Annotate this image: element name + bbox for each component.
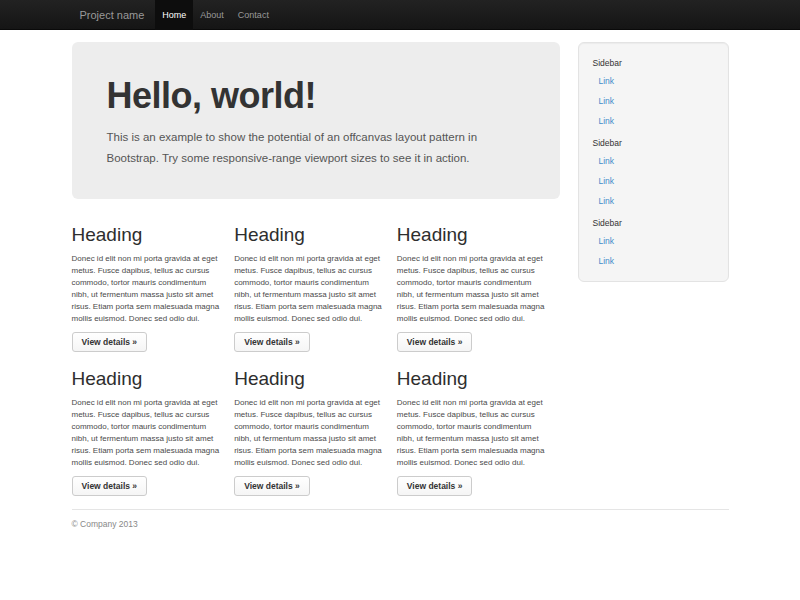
main-row: Hello, world! This is an example to show…	[72, 42, 729, 496]
card-text: Donec id elit non mi porta gravida at eg…	[397, 397, 547, 469]
card-heading: Heading	[234, 367, 384, 390]
jumbotron-text: This is an example to show the potential…	[107, 127, 507, 169]
main-content: Hello, world! This is an example to show…	[72, 42, 560, 496]
card: HeadingDonec id elit non mi porta gravid…	[397, 223, 560, 352]
sidebar-heading: Sidebar	[579, 211, 728, 231]
nav-item-about: About	[193, 0, 231, 30]
footer-copyright: © Company 2013	[72, 510, 729, 529]
navbar-brand[interactable]: Project name	[72, 0, 153, 30]
cards-row-2: HeadingDonec id elit non mi porta gravid…	[72, 367, 560, 496]
cards-row-1: HeadingDonec id elit non mi porta gravid…	[72, 223, 560, 352]
view-details-button[interactable]: View details »	[234, 476, 310, 496]
card-heading: Heading	[397, 223, 547, 246]
sidebar-link[interactable]: Link	[579, 231, 728, 251]
sidebar: SidebarLinkLinkLinkSidebarLinkLinkLinkSi…	[578, 42, 729, 496]
sidebar-link[interactable]: Link	[579, 71, 728, 91]
nav-link-about[interactable]: About	[193, 0, 231, 30]
card: HeadingDonec id elit non mi porta gravid…	[234, 367, 397, 496]
sidebar-heading: Sidebar	[579, 131, 728, 151]
nav-item-contact: Contact	[231, 0, 276, 30]
card-heading: Heading	[397, 367, 547, 390]
card-text: Donec id elit non mi porta gravida at eg…	[72, 397, 222, 469]
view-details-button[interactable]: View details »	[397, 332, 473, 352]
sidebar-link[interactable]: Link	[579, 171, 728, 191]
card-text: Donec id elit non mi porta gravida at eg…	[397, 253, 547, 325]
view-details-button[interactable]: View details »	[72, 476, 148, 496]
sidebar-heading: Sidebar	[579, 51, 728, 71]
sidebar-link[interactable]: Link	[579, 151, 728, 171]
sidebar-well: SidebarLinkLinkLinkSidebarLinkLinkLinkSi…	[578, 42, 729, 282]
cards-area: HeadingDonec id elit non mi porta gravid…	[72, 223, 560, 496]
view-details-button[interactable]: View details »	[72, 332, 148, 352]
navbar-nav: HomeAboutContact	[155, 0, 276, 30]
card: HeadingDonec id elit non mi porta gravid…	[72, 367, 235, 496]
sidebar-link[interactable]: Link	[579, 251, 728, 271]
card-heading: Heading	[72, 367, 222, 390]
footer: © Company 2013	[72, 509, 729, 529]
sidebar-link[interactable]: Link	[579, 191, 728, 211]
nav-link-contact[interactable]: Contact	[231, 0, 276, 30]
jumbotron-title: Hello, world!	[107, 75, 525, 117]
card-heading: Heading	[234, 223, 384, 246]
card: HeadingDonec id elit non mi porta gravid…	[72, 223, 235, 352]
card: HeadingDonec id elit non mi porta gravid…	[234, 223, 397, 352]
view-details-button[interactable]: View details »	[234, 332, 310, 352]
jumbotron: Hello, world! This is an example to show…	[72, 42, 560, 199]
card-text: Donec id elit non mi porta gravida at eg…	[234, 253, 384, 325]
card: HeadingDonec id elit non mi porta gravid…	[397, 367, 560, 496]
card-text: Donec id elit non mi porta gravida at eg…	[72, 253, 222, 325]
sidebar-link[interactable]: Link	[579, 111, 728, 131]
card-heading: Heading	[72, 223, 222, 246]
nav-link-home[interactable]: Home	[155, 0, 193, 30]
sidebar-link[interactable]: Link	[579, 91, 728, 111]
navbar: Project name HomeAboutContact	[0, 0, 800, 30]
view-details-button[interactable]: View details »	[397, 476, 473, 496]
nav-item-home: Home	[155, 0, 193, 30]
card-text: Donec id elit non mi porta gravida at eg…	[234, 397, 384, 469]
